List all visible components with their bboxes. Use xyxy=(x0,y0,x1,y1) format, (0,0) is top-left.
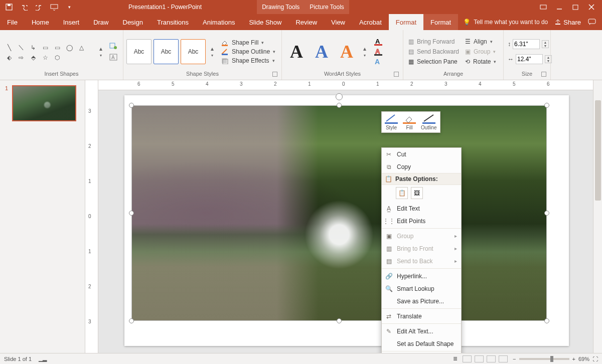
slide-thumb-1[interactable] xyxy=(12,85,76,121)
wordart-1[interactable]: A xyxy=(285,41,308,62)
shapes-more[interactable]: ▴▾ xyxy=(96,45,105,58)
sel-handle-bm[interactable] xyxy=(337,318,342,323)
selection-pane-button[interactable]: ▦Selection Pane xyxy=(408,58,459,65)
contextual-tab-picture[interactable]: Picture Tools xyxy=(305,0,349,14)
qat-more-icon[interactable]: ▾ xyxy=(65,3,73,11)
wordart-2[interactable]: A xyxy=(310,41,333,62)
tell-me[interactable]: 💡 Tell me what you want to do xyxy=(458,14,548,30)
save-icon[interactable] xyxy=(5,3,13,11)
wordart-dialog-icon[interactable] xyxy=(394,72,399,77)
text-fill-icon[interactable]: A xyxy=(373,38,383,46)
sel-handle-ml[interactable] xyxy=(129,211,134,216)
tab-transitions[interactable]: Transitions xyxy=(150,14,196,30)
shape-triangle-icon[interactable]: △ xyxy=(75,43,87,53)
edit-shape-icon[interactable] xyxy=(109,42,118,50)
zoom-value[interactable]: 69% xyxy=(578,356,589,362)
redo-icon[interactable] xyxy=(35,3,43,11)
height-field[interactable]: ↕ ▲▼ xyxy=(508,39,552,49)
shape-effects-button[interactable]: Shape Effects ▾ xyxy=(221,57,275,64)
shape-line-icon[interactable]: ╲ xyxy=(3,43,15,53)
shape-style-2[interactable]: Abc xyxy=(154,39,179,64)
shape-style-1[interactable]: Abc xyxy=(126,39,152,64)
tab-format-drawing[interactable]: Format xyxy=(389,14,423,30)
contextual-tab-drawing[interactable]: Drawing Tools xyxy=(257,0,305,14)
shape-style-3[interactable]: Abc xyxy=(181,39,206,64)
ctx-copy[interactable]: ⧉Copy xyxy=(382,160,461,173)
tab-home[interactable]: Home xyxy=(25,14,56,30)
text-outline-icon[interactable]: A xyxy=(373,48,383,56)
height-spinner[interactable]: ▲▼ xyxy=(542,40,549,48)
zoom-slider[interactable] xyxy=(519,358,569,360)
shape-connector-icon[interactable]: ↳ xyxy=(27,43,39,53)
ctx-edit-text[interactable]: A̲Edit Text xyxy=(382,202,461,215)
zoom-out-icon[interactable]: − xyxy=(513,356,516,362)
tab-animations[interactable]: Animations xyxy=(196,14,242,30)
shape-line2-icon[interactable]: ＼ xyxy=(15,43,27,53)
shape-rect2-icon[interactable]: ▭ xyxy=(51,43,63,53)
width-input[interactable] xyxy=(516,54,543,64)
ctx-translate[interactable]: ⇄Translate xyxy=(382,310,461,322)
mini-outline[interactable]: Outline xyxy=(421,114,437,130)
comments-icon[interactable] xyxy=(588,19,596,26)
text-effects-icon[interactable]: A xyxy=(373,58,383,66)
rotate-button[interactable]: ⟲Rotate ▾ xyxy=(465,58,496,65)
shape-rect-icon[interactable]: ▭ xyxy=(39,43,51,53)
shape-fill-button[interactable]: Shape Fill ▾ xyxy=(221,39,275,46)
normal-view-icon[interactable] xyxy=(463,355,472,362)
zoom-control[interactable]: − + 69% ⛶ xyxy=(513,356,598,362)
tab-draw[interactable]: Draw xyxy=(86,14,115,30)
maximize-icon[interactable] xyxy=(572,4,579,11)
sorter-view-icon[interactable] xyxy=(475,355,484,362)
spellcheck-icon[interactable]: ▁▂ xyxy=(39,355,47,362)
shape-arrowU-icon[interactable]: ⬘ xyxy=(27,53,39,63)
height-input[interactable] xyxy=(513,39,540,49)
sel-handle-tm[interactable] xyxy=(337,103,342,108)
sel-handle-br[interactable] xyxy=(544,318,549,323)
tab-view[interactable]: View xyxy=(324,14,352,30)
sel-handle-mr[interactable] xyxy=(544,211,549,216)
tab-design[interactable]: Design xyxy=(116,14,150,30)
shape-outline-button[interactable]: Shape Outline ▾ xyxy=(221,48,275,55)
tab-file[interactable]: File xyxy=(0,14,25,30)
tab-acrobat[interactable]: Acrobat xyxy=(352,14,389,30)
ctx-save-picture[interactable]: Save as Picture... xyxy=(382,295,461,307)
slide[interactable] xyxy=(124,95,569,346)
shape-arrowL-icon[interactable]: ⬖ xyxy=(3,53,15,63)
rotate-handle[interactable] xyxy=(336,93,343,100)
reading-view-icon[interactable] xyxy=(487,355,496,362)
shape-star-icon[interactable]: ☆ xyxy=(39,53,51,63)
sel-handle-tl[interactable] xyxy=(129,103,134,108)
ctx-default-shape[interactable]: Set as Default Shape xyxy=(382,337,461,350)
ctx-alt-text[interactable]: ✎Edit Alt Text... xyxy=(382,325,461,337)
vertical-scrollbar[interactable] xyxy=(593,80,602,353)
slide-canvas[interactable]: Style Fill Outline ✂Cut ⧉Copy 📋Paste Opt… xyxy=(98,90,593,353)
shape-arrowR-icon[interactable]: ⇨ xyxy=(15,53,27,63)
close-icon[interactable] xyxy=(588,4,595,11)
slide-thumbnails[interactable]: 1 xyxy=(0,80,85,353)
tab-format-picture[interactable]: Format xyxy=(423,14,458,30)
shape-hex-icon[interactable]: ⬡ xyxy=(51,53,63,63)
text-box-icon[interactable]: A xyxy=(109,53,118,61)
sel-handle-tr[interactable] xyxy=(544,103,549,108)
mini-style[interactable]: Style xyxy=(385,114,398,130)
vscroll-thumb[interactable] xyxy=(595,100,601,201)
tab-slideshow[interactable]: Slide Show xyxy=(242,14,288,30)
tab-insert[interactable]: Insert xyxy=(56,14,87,30)
width-field[interactable]: ↔ ▲▼ xyxy=(508,54,552,64)
ribbon-display-icon[interactable] xyxy=(540,4,547,11)
ctx-smart-lookup[interactable]: 🔍Smart Lookup xyxy=(382,282,461,295)
wordart-more[interactable]: ▴▾ xyxy=(360,45,369,58)
paste-opt-1[interactable]: 📋 xyxy=(396,187,408,199)
undo-icon[interactable] xyxy=(20,3,28,11)
shapes-gallery[interactable]: ╲ ＼ ↳ ▭ ▭ ◯ △ ⬖ ⇨ ⬘ ☆ ⬡ xyxy=(3,41,94,63)
sel-handle-bl[interactable] xyxy=(129,318,134,323)
zoom-in-icon[interactable]: + xyxy=(572,356,575,362)
ctx-hyperlink[interactable]: 🔗Hyperlink... xyxy=(382,270,461,282)
shape-styles-more[interactable]: ▴▾ xyxy=(208,45,217,58)
start-slideshow-icon[interactable] xyxy=(50,3,58,11)
ctx-cut[interactable]: ✂Cut xyxy=(382,148,461,160)
paste-opt-2[interactable]: 🖼 xyxy=(411,187,423,199)
size-dialog-icon[interactable] xyxy=(541,72,546,77)
tab-review[interactable]: Review xyxy=(288,14,324,30)
wordart-3[interactable]: A xyxy=(335,41,358,62)
